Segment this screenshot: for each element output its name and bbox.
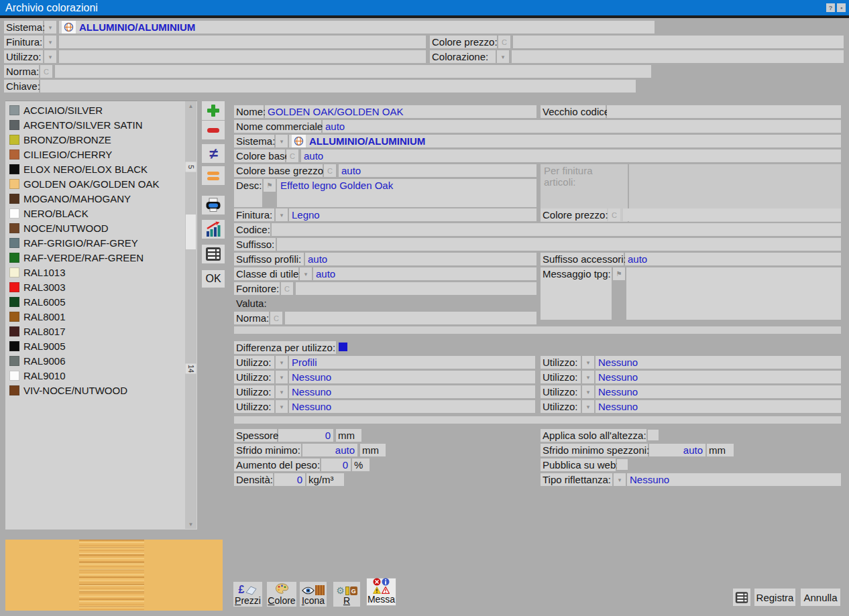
color-list-item[interactable]: RAL9010 bbox=[5, 368, 197, 383]
scroll-down-icon[interactable]: ▼ bbox=[185, 519, 196, 529]
color-list-item[interactable]: ELOX NERO/ELOX BLACK bbox=[5, 162, 197, 176]
detail-sistema-dropdown-icon[interactable]: ▾ bbox=[276, 135, 288, 147]
dropdown-arrow-icon[interactable]: ▾ bbox=[582, 371, 594, 383]
dropdown-arrow-icon[interactable]: ▾ bbox=[276, 356, 288, 369]
color-list-item[interactable]: MOGANO/MAHOGANY bbox=[5, 191, 197, 206]
registra-button[interactable]: Registra bbox=[754, 589, 795, 606]
remove-button[interactable] bbox=[202, 121, 225, 139]
help-button[interactable]: ? bbox=[826, 3, 835, 12]
detail-nome-commerciale-input[interactable]: auto bbox=[323, 120, 841, 133]
filter-finitura-dropdown-icon[interactable]: ▾ bbox=[44, 36, 56, 48]
color-list-item[interactable]: NERO/BLACK bbox=[5, 206, 197, 221]
spessore-input[interactable]: 0 bbox=[278, 429, 333, 442]
color-list-item[interactable]: VIV-NOCE/NUTWOOD bbox=[5, 383, 197, 397]
detail-messaggio-tpg-textarea[interactable] bbox=[626, 267, 841, 320]
filter-colorazione-dropdown-icon[interactable]: ▾ bbox=[497, 50, 509, 63]
densita-input[interactable]: 0 bbox=[274, 473, 305, 486]
scrollbar-thumb[interactable] bbox=[186, 214, 196, 249]
detail-norma-input[interactable] bbox=[285, 312, 536, 324]
annulla-button[interactable]: Annulla bbox=[801, 589, 840, 606]
pubblica-web-checkbox[interactable] bbox=[617, 459, 628, 470]
color-list-item[interactable]: RAL9005 bbox=[5, 338, 197, 353]
tipo-riflettanza-input[interactable]: Nessuno bbox=[627, 473, 841, 486]
detail-codice-input[interactable] bbox=[272, 223, 841, 236]
utilizzo-select[interactable]: Nessuno bbox=[596, 356, 841, 369]
aumento-peso-input[interactable]: 0 bbox=[321, 458, 351, 471]
color-list-item[interactable]: BRONZO/BRONZE bbox=[5, 132, 197, 147]
color-list-item[interactable]: RAL8001 bbox=[5, 309, 197, 324]
scroll-up-icon[interactable]: ▲ bbox=[185, 101, 196, 111]
icona-button[interactable]: Icona bbox=[300, 582, 327, 607]
sfrido-minimo-input[interactable]: auto bbox=[302, 444, 357, 456]
filter-sistema-input[interactable]: ALLUMINIO/ALUMINIUM bbox=[59, 21, 655, 34]
dropdown-arrow-icon[interactable]: ▾ bbox=[276, 385, 288, 398]
not-equal-button[interactable]: ≠ bbox=[202, 144, 225, 163]
color-list-item[interactable]: NOCE/NUTWOOD bbox=[5, 221, 197, 235]
detail-suffisso-input[interactable] bbox=[277, 238, 841, 251]
utilizzo-select[interactable]: Nessuno bbox=[289, 400, 535, 413]
detail-vecchio-codice-input[interactable] bbox=[607, 105, 841, 118]
detail-nome-input[interactable]: GOLDEN OAK/GOLDEN OAK bbox=[265, 105, 536, 118]
sfrido-spezzoni-input[interactable]: auto bbox=[649, 444, 705, 456]
filter-colorazione-input[interactable] bbox=[512, 50, 844, 63]
detail-fornitore-lookup-icon[interactable]: C bbox=[281, 282, 293, 295]
pin-button[interactable]: ▪ bbox=[837, 3, 846, 12]
utilizzo-select[interactable]: Profili bbox=[289, 356, 535, 369]
equalize-button[interactable] bbox=[202, 166, 225, 185]
color-list-item[interactable]: RAL6005 bbox=[5, 294, 197, 309]
prezzi-button[interactable]: £ Prezzi bbox=[233, 582, 262, 607]
color-list-item[interactable]: RAL1013 bbox=[5, 265, 197, 280]
filter-sistema-dropdown-icon[interactable]: ▾ bbox=[44, 21, 56, 34]
detail-colore-base-grezzo-input[interactable]: auto bbox=[339, 164, 536, 177]
detail-sistema-input[interactable]: ALLUMINIO/ALUMINIUM bbox=[289, 135, 841, 147]
color-list-item[interactable]: ARGENTO/SILVER SATIN bbox=[5, 117, 197, 132]
detail-colore-base-grezzo-lookup-icon[interactable]: C bbox=[324, 164, 336, 177]
filter-colore-prezzo-input[interactable] bbox=[513, 36, 844, 48]
r-button[interactable]: ⚙G R bbox=[333, 582, 360, 607]
detail-colore-prezzo-lookup-icon[interactable]: C bbox=[608, 208, 620, 221]
grid-view-button[interactable] bbox=[733, 589, 750, 606]
dropdown-arrow-icon[interactable]: ▾ bbox=[276, 371, 288, 383]
differenza-utilizzo-checkbox[interactable] bbox=[339, 343, 347, 351]
filter-norma-lookup-icon[interactable]: C bbox=[40, 65, 52, 78]
color-list-item[interactable]: CILIEGIO/CHERRY bbox=[5, 147, 197, 162]
detail-colore-base-lookup-icon[interactable]: C bbox=[286, 149, 298, 162]
detail-colore-base-input[interactable]: auto bbox=[301, 149, 841, 162]
color-list-item[interactable]: RAL9006 bbox=[5, 353, 197, 368]
detail-finitura-dropdown-icon[interactable]: ▾ bbox=[276, 208, 288, 221]
statistics-button[interactable] bbox=[202, 220, 225, 239]
dropdown-arrow-icon[interactable]: ▾ bbox=[276, 400, 288, 413]
detail-messaggio-tpg-flag-icon[interactable]: ⚑ bbox=[613, 267, 625, 280]
detail-colore-prezzo-input[interactable] bbox=[623, 208, 841, 221]
utilizzo-select[interactable]: Nessuno bbox=[289, 371, 535, 383]
filter-colore-prezzo-lookup-icon[interactable]: C bbox=[498, 36, 510, 48]
utilizzo-select[interactable]: Nessuno bbox=[289, 385, 535, 398]
color-list-item[interactable]: RAF-GRIGIO/RAF-GREY bbox=[5, 235, 197, 250]
dropdown-arrow-icon[interactable]: ▾ bbox=[582, 356, 594, 369]
filter-finitura-input[interactable] bbox=[59, 36, 426, 48]
table-button[interactable] bbox=[202, 245, 225, 263]
detail-norma-lookup-icon[interactable]: C bbox=[270, 312, 282, 324]
detail-classe-di-utile-dropdown-icon[interactable]: ▾ bbox=[300, 267, 312, 280]
color-list-item[interactable]: GOLDEN OAK/GOLDEN OAK bbox=[5, 176, 197, 191]
detail-suffisso-accessori-input[interactable]: auto bbox=[625, 253, 841, 265]
add-button[interactable] bbox=[202, 101, 225, 120]
detail-finitura-input[interactable]: Legno bbox=[289, 208, 536, 221]
filter-utilizzo-dropdown-icon[interactable]: ▾ bbox=[44, 50, 56, 63]
filter-utilizzo-input[interactable] bbox=[59, 50, 426, 63]
colore-button[interactable]: Colore bbox=[267, 582, 296, 607]
detail-fornitore-input[interactable] bbox=[296, 282, 536, 295]
ok-button[interactable]: OK bbox=[202, 270, 225, 288]
dropdown-arrow-icon[interactable]: ▾ bbox=[582, 385, 594, 398]
detail-desc-textarea[interactable]: Effetto legno Golden Oak bbox=[277, 179, 536, 207]
applica-altezza-checkbox[interactable] bbox=[648, 430, 659, 440]
filter-chiave-input[interactable] bbox=[40, 80, 636, 93]
utilizzo-select[interactable]: Nessuno bbox=[596, 385, 841, 398]
detail-classe-di-utile-input[interactable]: auto bbox=[313, 267, 536, 280]
color-list-item[interactable]: RAL8017 bbox=[5, 324, 197, 338]
print-button[interactable] bbox=[202, 196, 225, 214]
utilizzo-select[interactable]: Nessuno bbox=[596, 400, 841, 413]
color-list-item[interactable]: RAF-VERDE/RAF-GREEN bbox=[5, 250, 197, 265]
detail-desc-flag-icon[interactable]: ⚑ bbox=[264, 179, 276, 192]
filter-norma-input[interactable] bbox=[55, 65, 651, 78]
